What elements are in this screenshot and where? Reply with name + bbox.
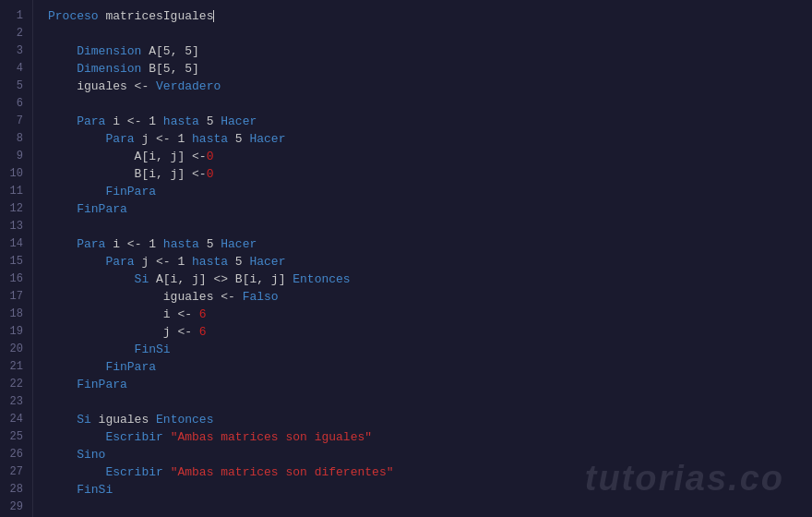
line-number-23: 23 xyxy=(0,393,23,411)
code-line-20: FinSi xyxy=(48,341,812,358)
text-cursor xyxy=(213,10,214,22)
line-number-25: 25 xyxy=(0,428,23,446)
code-line-28: FinSi xyxy=(48,481,812,499)
code-line-12: FinPara xyxy=(48,200,812,218)
code-line-21: FinPara xyxy=(48,358,812,376)
line-number-15: 15 xyxy=(0,253,23,271)
code-line-4: Dimension B[5, 5] xyxy=(48,60,812,78)
line-number-9: 9 xyxy=(0,148,23,165)
line-number-10: 10 xyxy=(0,165,23,183)
line-number-20: 20 xyxy=(0,341,23,358)
code-line-14: Para i <- 1 hasta 5 Hacer xyxy=(48,235,812,253)
code-line-15: Para j <- 1 hasta 5 Hacer xyxy=(48,253,812,271)
code-line-5: iguales <- Verdadero xyxy=(48,78,812,95)
code-line-17: iguales <- Falso xyxy=(48,288,812,306)
line-number-18: 18 xyxy=(0,306,23,323)
code-line-26: Sino xyxy=(48,446,812,463)
line-number-16: 16 xyxy=(0,271,23,288)
line-number-22: 22 xyxy=(0,376,23,393)
line-number-21: 21 xyxy=(0,358,23,376)
line-number-29: 29 xyxy=(0,499,23,516)
code-line-19: j <- 6 xyxy=(48,323,812,341)
line-number-1: 1 xyxy=(0,7,23,25)
code-line-11: FinPara xyxy=(48,183,812,200)
line-number-8: 8 xyxy=(0,130,23,148)
code-line-29 xyxy=(48,499,812,516)
line-number-6: 6 xyxy=(0,95,23,113)
code-area[interactable]: Proceso matricesIguales Dimension A[5, 5… xyxy=(33,0,812,517)
line-number-27: 27 xyxy=(0,463,23,481)
code-line-10: B[i, j] <-0 xyxy=(48,165,812,183)
line-number-11: 11 xyxy=(0,183,23,200)
line-number-4: 4 xyxy=(0,60,23,78)
line-number-17: 17 xyxy=(0,288,23,306)
line-number-5: 5 xyxy=(0,78,23,95)
line-number-19: 19 xyxy=(0,323,23,341)
line-number-7: 7 xyxy=(0,113,23,130)
line-number-26: 26 xyxy=(0,446,23,463)
line-number-12: 12 xyxy=(0,200,23,218)
code-line-27: Escribir "Ambas matrices son diferentes" xyxy=(48,463,812,481)
code-line-13 xyxy=(48,218,812,235)
code-line-25: Escribir "Ambas matrices son iguales" xyxy=(48,428,812,446)
code-line-22: FinPara xyxy=(48,376,812,393)
code-line-18: i <- 6 xyxy=(48,306,812,323)
line-number-3: 3 xyxy=(0,42,23,60)
line-number-2: 2 xyxy=(0,25,23,42)
code-line-24: Si iguales Entonces xyxy=(48,411,812,428)
code-editor: 1234567891011121314151617181920212223242… xyxy=(0,0,812,517)
code-line-8: Para j <- 1 hasta 5 Hacer xyxy=(48,130,812,148)
line-number-24: 24 xyxy=(0,411,23,428)
code-line-23 xyxy=(48,393,812,411)
code-line-6 xyxy=(48,95,812,113)
code-line-1: Proceso matricesIguales xyxy=(48,7,812,25)
code-line-2 xyxy=(48,25,812,42)
code-line-7: Para i <- 1 hasta 5 Hacer xyxy=(48,113,812,130)
line-number-28: 28 xyxy=(0,481,23,499)
line-number-13: 13 xyxy=(0,218,23,235)
line-number-14: 14 xyxy=(0,235,23,253)
code-line-3: Dimension A[5, 5] xyxy=(48,42,812,60)
line-numbers: 1234567891011121314151617181920212223242… xyxy=(0,0,33,517)
code-line-16: Si A[i, j] <> B[i, j] Entonces xyxy=(48,271,812,288)
code-line-9: A[i, j] <-0 xyxy=(48,148,812,165)
